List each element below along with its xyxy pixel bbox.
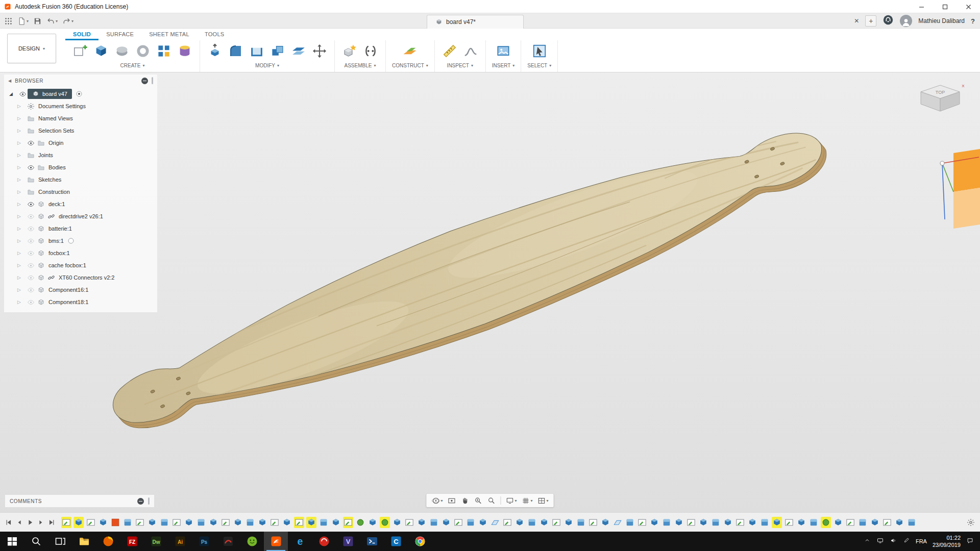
tool-canvas[interactable] [495, 42, 512, 60]
timeline-feature-ex-27[interactable] [392, 517, 402, 528]
taskbar-app-dark[interactable] [216, 532, 240, 551]
tool-ring[interactable] [134, 42, 152, 60]
expand-triangle-icon[interactable]: ▷ [17, 104, 26, 109]
taskbar-app-green[interactable] [240, 532, 264, 551]
taskbar-clock[interactable]: 01:22 23/09/2019 [933, 534, 961, 549]
timeline-feature-sk-2[interactable] [86, 517, 96, 528]
eye-icon[interactable] [27, 213, 35, 220]
tool-offset[interactable] [290, 42, 307, 60]
timeline-feature-sk-55[interactable] [735, 517, 745, 528]
timeline-feature-ex-44[interactable] [600, 517, 610, 528]
timeline-feature-sk-23[interactable] [343, 517, 353, 528]
timeline-feature-ex-16[interactable] [257, 517, 267, 528]
timeline-feature-sk-28[interactable] [404, 517, 414, 528]
timeline-feature-ex-18[interactable] [282, 517, 292, 528]
timeline-feature-ex-25[interactable] [368, 517, 378, 528]
tool-coil[interactable] [176, 42, 193, 60]
eye-icon[interactable] [27, 274, 35, 282]
timeline-feature-jt-24[interactable] [355, 517, 365, 528]
timeline-play-button[interactable] [27, 519, 34, 526]
browser-item-focbox-1[interactable]: ▷focbox:1 [4, 247, 157, 259]
timeline-feature-jt-62[interactable] [821, 517, 831, 528]
tool-cursorsel[interactable] [531, 42, 548, 60]
timeline-feature-ex-14[interactable] [233, 517, 243, 528]
timeline-feature-ft-30[interactable] [429, 517, 439, 528]
taskbar-photoshop[interactable]: Ps [192, 532, 216, 551]
expand-triangle-icon[interactable]: ▷ [17, 202, 26, 207]
tray-pen-icon[interactable] [903, 537, 910, 546]
browser-item-joints[interactable]: ▷Joints [4, 149, 157, 161]
tool-cplane[interactable] [401, 42, 419, 60]
browser-item-document-settings[interactable]: ▷Document Settings [4, 100, 157, 112]
group-label-modify[interactable]: MODIFY▾ [255, 62, 279, 68]
timeline-feature-ft-69[interactable] [906, 517, 917, 528]
tool-pattern[interactable] [155, 42, 173, 60]
taskbar-app-c[interactable]: C [384, 532, 408, 551]
timeline-feature-sk-17[interactable] [270, 517, 280, 528]
expand-triangle-icon[interactable]: ▷ [17, 177, 26, 182]
timeline-feature-ex-54[interactable] [723, 517, 733, 528]
timeline-feature-ex-22[interactable] [331, 517, 341, 528]
timeline-feature-sk-64[interactable] [845, 517, 855, 528]
taskbar-start[interactable] [0, 532, 24, 551]
timeline-feature-ft-49[interactable] [662, 517, 672, 528]
nav-display-button[interactable]: ▾ [505, 496, 517, 505]
eye-icon[interactable] [19, 90, 27, 98]
collapse-panel-icon[interactable]: ◀ [8, 79, 11, 83]
group-label-insert[interactable]: INSERT▾ [492, 62, 515, 68]
comments-bar[interactable]: COMMENTS [5, 495, 154, 507]
timeline-feature-jt-26[interactable] [380, 517, 390, 528]
expand-triangle-icon[interactable]: ▷ [17, 263, 26, 268]
expand-triangle-icon[interactable]: ▷ [17, 214, 26, 219]
timeline-feature-ft-38[interactable] [527, 517, 537, 528]
timeline-feature-pl-45[interactable] [612, 517, 623, 528]
root-component-chip[interactable]: board v47 [28, 89, 72, 99]
document-tab[interactable]: board v47* [427, 15, 524, 29]
timeline-to-start-button[interactable] [5, 519, 12, 526]
timeline-feature-sk-40[interactable] [551, 517, 561, 528]
tool-measure[interactable] [441, 42, 458, 60]
timeline-step-back-button[interactable] [16, 519, 23, 526]
expand-triangle-icon[interactable]: ▷ [17, 226, 26, 231]
file-menu[interactable]: ▾ [17, 17, 29, 26]
tool-newcomp[interactable] [341, 42, 358, 60]
timeline-feature-sk-43[interactable] [588, 517, 598, 528]
nav-pan-button[interactable] [460, 496, 469, 505]
panel-grip[interactable] [152, 77, 153, 84]
tool-form[interactable] [113, 42, 131, 60]
timeline-feature-ft-42[interactable] [576, 517, 586, 528]
workspace-selector[interactable]: DESIGN ▾ [7, 34, 56, 63]
panel-options-icon[interactable] [141, 78, 148, 84]
taskbar-task-view[interactable] [48, 532, 72, 551]
expand-triangle-icon[interactable]: ▷ [17, 251, 26, 256]
browser-item-sketches[interactable]: ▷Sketches [4, 173, 157, 186]
group-label-select[interactable]: SELECT▾ [527, 62, 551, 68]
taskbar-dreamweaver[interactable]: Dw [144, 532, 168, 551]
taskbar-firefox[interactable] [96, 532, 120, 551]
data-panel-toggle[interactable] [4, 17, 13, 26]
timeline-feature-sk-32[interactable] [453, 517, 463, 528]
browser-item-component18-1[interactable]: ▷Component18:1 [4, 296, 157, 308]
timeline-feature-ft-15[interactable] [245, 517, 255, 528]
browser-item-xt60-connectors-v2-2[interactable]: ▷XT60 Connectors v2:2 [4, 271, 157, 284]
expand-triangle-icon[interactable]: ▷ [17, 189, 26, 194]
browser-item-deck-1[interactable]: ▷deck:1 [4, 198, 157, 210]
timeline-to-end-button[interactable] [48, 519, 55, 526]
eye-icon[interactable] [27, 225, 35, 233]
timeline-feature-ex-48[interactable] [649, 517, 659, 528]
timeline-feature-ex-41[interactable] [564, 517, 574, 528]
expand-triangle-icon[interactable]: ▷ [17, 275, 26, 280]
tab-solid[interactable]: SOLID [65, 29, 99, 40]
timeline-feature-ex-56[interactable] [747, 517, 757, 528]
timeline-settings-icon[interactable] [962, 518, 980, 527]
undo-button[interactable]: ▾ [46, 17, 58, 26]
expand-triangle-icon[interactable]: ▷ [17, 287, 26, 292]
tray-display-icon[interactable] [876, 537, 884, 546]
viewcube-top-label[interactable]: TOP [936, 90, 945, 95]
timeline-feature-ex-10[interactable] [184, 517, 194, 528]
expand-triangle-icon[interactable]: ▷ [17, 128, 26, 133]
taskbar-app-v[interactable]: V [336, 532, 360, 551]
nav-grid-button[interactable]: ▾ [522, 496, 533, 505]
browser-item-bms-1[interactable]: ▷bms:1 [4, 235, 157, 247]
tool-box[interactable] [92, 42, 110, 60]
